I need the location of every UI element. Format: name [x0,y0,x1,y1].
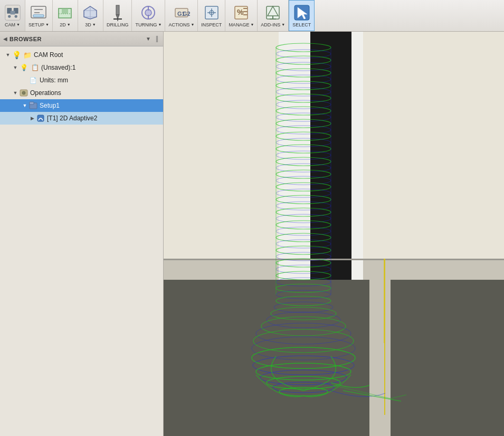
svg-rect-10 [62,8,68,14]
tree-item-operations[interactable]: ▼ Operations [0,87,163,99]
addins-menu-button[interactable]: ADD-INS ▼ [258,0,289,31]
inspect-icon [203,4,220,21]
svg-point-70 [276,221,331,229]
operations-label: Operations [30,89,61,97]
adaptive-visibility-icon [36,113,45,123]
manage-menu-button[interactable]: % MANAGE ▼ [225,0,258,31]
cam-label: CAM ▼ [5,22,20,27]
3d-label: 3D ▼ [85,22,96,27]
svg-point-65 [276,189,331,197]
cam-root-folder-icon: 📁 [23,50,32,60]
svg-point-75 [276,252,331,261]
drilling-icon [109,4,126,21]
svg-point-38 [22,91,25,94]
svg-text:%: % [237,8,244,16]
setup-menu-button[interactable]: SETUP ▼ [25,0,53,31]
inspect-button[interactable]: INSPECT [198,0,225,31]
svg-point-73 [276,240,331,248]
svg-point-54 [276,119,331,128]
svg-point-69 [276,214,331,223]
svg-point-72 [276,233,331,242]
svg-point-57 [276,138,331,147]
manage-icon: % [233,4,250,21]
cam-root-visibility-icon: 💡 [12,50,21,60]
expand-unsaved-icon[interactable]: ▼ [12,64,19,71]
expand-adaptive-icon[interactable]: ▶ [28,115,36,122]
svg-point-45 [276,62,331,71]
svg-point-89 [252,337,355,360]
browser-collapse-button[interactable]: ▼ [145,35,152,43]
svg-point-53 [276,113,331,121]
unsaved-visibility-icon: 💡 [19,63,28,72]
svg-point-55 [276,126,331,134]
addins-label: ADD-INS ▼ [261,22,285,27]
unsaved-label: (Unsaved):1 [41,64,75,71]
svg-point-51 [276,100,331,109]
setup-label: SETUP ▼ [28,22,49,27]
svg-point-44 [276,56,331,64]
svg-point-63 [276,176,331,185]
turning-icon [140,4,157,21]
2d-menu-button[interactable]: 2D ▼ [53,0,78,31]
svg-point-76 [276,259,331,267]
svg-text:G2: G2 [183,11,190,17]
cam-menu-button[interactable]: CAM ▼ [0,0,25,31]
operations-icon [19,88,28,98]
svg-point-71 [276,227,331,235]
svg-point-4 [8,15,11,17]
svg-point-92 [256,363,351,380]
tree-item-unsaved[interactable]: ▼ 💡 📋 (Unsaved):1 [0,61,163,74]
unsaved-folder-icon: 📋 [30,63,40,72]
inspect-label: INSPECT [201,22,222,27]
actions-menu-button[interactable]: G1 G2 ACTIONS ▼ [165,0,198,31]
svg-point-68 [276,208,331,216]
svg-point-49 [276,88,331,96]
svg-point-78 [276,271,331,280]
svg-point-47 [276,75,331,83]
3d-menu-button[interactable]: 3D ▼ [78,0,103,31]
svg-point-50 [276,94,331,102]
units-icon: 📄 [28,75,38,85]
svg-point-52 [276,107,331,115]
drilling-button[interactable]: DRILLING [103,0,132,31]
svg-point-48 [276,81,331,90]
turning-menu-button[interactable]: TURNING ▼ [132,0,165,31]
svg-point-42 [276,43,331,52]
tree-item-units[interactable]: 📄 Units: mm [0,74,163,87]
turning-label: TURNING ▼ [135,22,161,27]
expand-setup1-icon[interactable]: ▼ [21,102,28,109]
browser-pin-button[interactable]: ║ [154,35,160,43]
svg-point-46 [276,69,331,77]
svg-point-82 [276,296,331,306]
browser-header: ◀ BROWSER ▼ ║ [0,32,163,46]
svg-point-67 [276,202,331,210]
svg-point-90 [252,347,355,368]
svg-point-56 [276,132,331,140]
svg-rect-3 [10,11,15,14]
browser-panel: ◀ BROWSER ▼ ║ ▼ 💡 📁 CAM Root [0,32,164,436]
setup1-label: Setup1 [40,102,60,109]
svg-point-5 [14,15,17,17]
svg-point-80 [276,284,331,292]
actions-icon: G1 G2 [173,4,190,21]
units-expand-placeholder [21,77,28,84]
svg-point-61 [276,164,331,172]
tree-item-cam-root[interactable]: ▼ 💡 📁 CAM Root [0,49,163,61]
select-button[interactable]: SELECT [289,0,315,31]
select-icon [293,4,310,21]
addins-icon [264,4,281,21]
expand-cam-root-icon[interactable]: ▼ [4,51,12,59]
collapse-arrow-icon[interactable]: ◀ [3,36,7,42]
drilling-label: DRILLING [107,22,129,27]
tree-item-setup1[interactable]: ▼ Setup1 [0,99,163,112]
tree-item-adaptive[interactable]: ▶ [T1] 2D Adaptive2 [0,112,163,125]
svg-point-79 [276,278,331,286]
toolpath-visualization [248,32,422,436]
svg-point-59 [276,151,331,159]
expand-operations-icon[interactable]: ▼ [12,89,19,97]
viewport[interactable] [164,32,504,436]
svg-rect-40 [30,102,34,105]
svg-point-58 [276,145,331,153]
select-label: SELECT [292,22,311,27]
main-area: ◀ BROWSER ▼ ║ ▼ 💡 📁 CAM Root [0,32,504,436]
